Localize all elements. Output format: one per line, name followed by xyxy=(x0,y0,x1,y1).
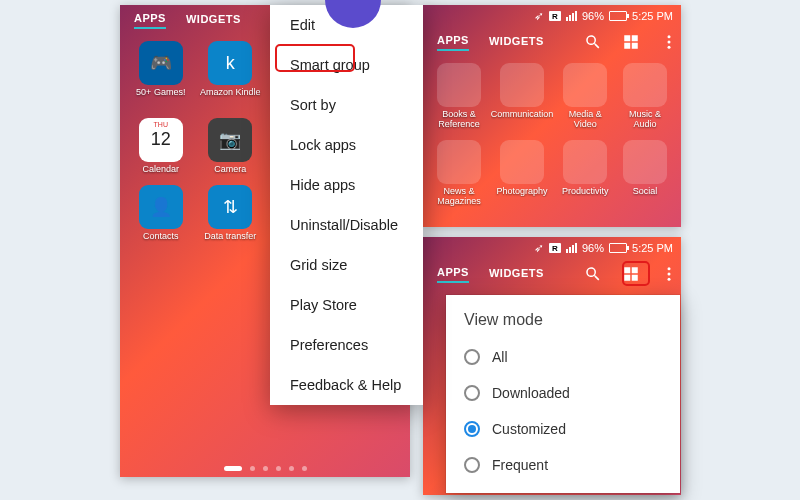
radio-icon xyxy=(464,349,480,365)
page-indicator xyxy=(120,466,410,471)
tab-widgets[interactable]: WIDGETS xyxy=(489,35,544,50)
app-icon: 👤 xyxy=(139,185,183,229)
menu-item-preferences[interactable]: Preferences xyxy=(270,325,423,365)
app-icon: 12THU xyxy=(139,118,183,162)
folder-label: Media & Video xyxy=(557,110,613,130)
folder-label: News & Magazines xyxy=(431,187,487,207)
folder-music-audio[interactable]: Music & Audio xyxy=(617,63,673,130)
view-mode-icon[interactable] xyxy=(622,31,640,53)
context-menu: EditSmart groupSort byLock appsHide apps… xyxy=(270,5,423,405)
svg-point-2 xyxy=(667,46,670,49)
tab-apps[interactable]: APPS xyxy=(134,12,166,29)
svg-point-0 xyxy=(667,35,670,38)
svg-point-5 xyxy=(667,278,670,281)
menu-item-smart-group[interactable]: Smart group xyxy=(270,45,423,85)
app-amazon-kindle[interactable]: kAmazon Kindle xyxy=(198,41,264,108)
clock-text: 5:25 PM xyxy=(632,10,673,22)
app-data-transfer[interactable]: ⇅Data transfer xyxy=(198,185,264,242)
menu-item-feedback-help[interactable]: Feedback & Help xyxy=(270,365,423,405)
folder-label: Productivity xyxy=(557,187,613,197)
folder-photography[interactable]: Photography xyxy=(491,140,554,207)
overflow-icon[interactable] xyxy=(660,31,678,53)
folder-icon xyxy=(623,140,667,184)
folder-communication[interactable]: Communication xyxy=(491,63,554,130)
menu-item-sort-by[interactable]: Sort by xyxy=(270,85,423,125)
folder-icon xyxy=(563,140,607,184)
folder-icon xyxy=(623,63,667,107)
app-label: Camera xyxy=(198,165,264,175)
signal-icon xyxy=(566,11,577,21)
menu-item-hide-apps[interactable]: Hide apps xyxy=(270,165,423,205)
folder-icon xyxy=(437,63,481,107)
view-mode-option-customized[interactable]: Customized xyxy=(446,411,680,447)
view-mode-option-frequent[interactable]: Frequent xyxy=(446,447,680,483)
search-icon[interactable] xyxy=(584,31,602,53)
folder-label: Photography xyxy=(491,187,554,197)
menu-item-lock-apps[interactable]: Lock apps xyxy=(270,125,423,165)
battery-pct: 96% xyxy=(582,242,604,254)
tab-widgets[interactable]: WIDGETS xyxy=(186,13,241,28)
folder-productivity[interactable]: Productivity xyxy=(557,140,613,207)
folder-icon xyxy=(563,63,607,107)
clock-text: 5:25 PM xyxy=(632,242,673,254)
app-icon: ⇅ xyxy=(208,185,252,229)
tab-bar: APPS WIDGETS xyxy=(423,27,681,57)
wifi-icon: ➶ xyxy=(534,9,544,23)
battery-pct: 96% xyxy=(582,10,604,22)
folder-social[interactable]: Social xyxy=(617,140,673,207)
app-icon: 🎮 xyxy=(139,41,183,85)
app-50-games-[interactable]: 🎮50+ Games! xyxy=(128,41,194,108)
option-label: Downloaded xyxy=(492,385,570,401)
app-calendar[interactable]: 12THUCalendar xyxy=(128,118,194,175)
overflow-icon[interactable] xyxy=(660,263,678,285)
app-icon: 📷 xyxy=(208,118,252,162)
folder-icon xyxy=(437,140,481,184)
tab-widgets[interactable]: WIDGETS xyxy=(489,267,544,282)
tab-apps[interactable]: APPS xyxy=(437,34,469,51)
app-contacts[interactable]: 👤Contacts xyxy=(128,185,194,242)
folder-books-reference[interactable]: Books & Reference xyxy=(431,63,487,130)
view-mode-icon[interactable] xyxy=(622,263,640,285)
status-bar: ➶ R 96% 5:25 PM xyxy=(423,237,681,259)
svg-point-3 xyxy=(667,267,670,270)
option-label: All xyxy=(492,349,508,365)
folder-label: Social xyxy=(617,187,673,197)
option-label: Customized xyxy=(492,421,566,437)
app-camera[interactable]: 📷Camera xyxy=(198,118,264,175)
tab-apps[interactable]: APPS xyxy=(437,266,469,283)
app-label: Calendar xyxy=(128,165,194,175)
menu-item-play-store[interactable]: Play Store xyxy=(270,285,423,325)
app-label: 50+ Games! xyxy=(128,88,194,98)
folder-news-magazines[interactable]: News & Magazines xyxy=(431,140,487,207)
folder-icon xyxy=(500,140,544,184)
search-icon[interactable] xyxy=(584,263,602,285)
wifi-icon: ➶ xyxy=(534,241,544,255)
view-mode-option-downloaded[interactable]: Downloaded xyxy=(446,375,680,411)
radio-icon xyxy=(464,457,480,473)
signal-badge: R xyxy=(549,11,561,21)
svg-point-1 xyxy=(667,41,670,44)
menu-item-uninstall-disable[interactable]: Uninstall/Disable xyxy=(270,205,423,245)
folder-icon xyxy=(500,63,544,107)
folder-label: Music & Audio xyxy=(617,110,673,130)
app-label: Contacts xyxy=(128,232,194,242)
folder-label: Communication xyxy=(491,110,554,120)
app-label: Amazon Kindle xyxy=(198,88,264,98)
tab-bar: APPS WIDGETS xyxy=(423,259,681,289)
signal-icon xyxy=(566,243,577,253)
app-icon: k xyxy=(208,41,252,85)
folder-label: Books & Reference xyxy=(431,110,487,130)
radio-icon xyxy=(464,421,480,437)
view-mode-dialog: View mode AllDownloadedCustomizedFrequen… xyxy=(446,295,680,493)
radio-icon xyxy=(464,385,480,401)
folder-media-video[interactable]: Media & Video xyxy=(557,63,613,130)
signal-badge: R xyxy=(549,243,561,253)
status-bar: ➶ R 96% 5:25 PM xyxy=(423,5,681,27)
phone-categories: ➶ R 96% 5:25 PM APPS WIDGETS Books & Ref… xyxy=(423,5,681,227)
battery-icon xyxy=(609,243,627,253)
dialog-title: View mode xyxy=(446,295,680,339)
folder-grid: Books & ReferenceCommunicationMedia & Vi… xyxy=(423,57,681,213)
menu-item-grid-size[interactable]: Grid size xyxy=(270,245,423,285)
app-label: Data transfer xyxy=(198,232,264,242)
view-mode-option-all[interactable]: All xyxy=(446,339,680,375)
